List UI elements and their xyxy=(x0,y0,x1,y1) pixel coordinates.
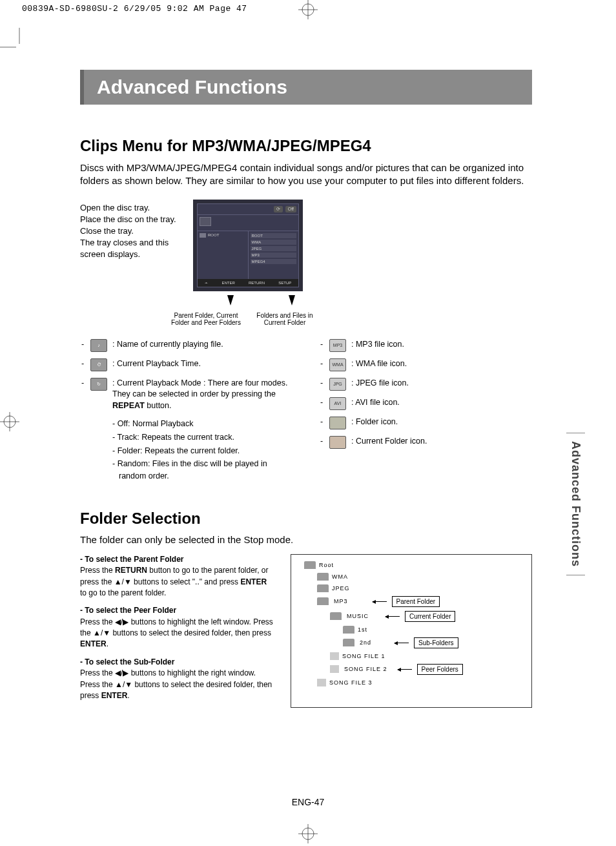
playing-file-icon: ♪ xyxy=(90,339,107,352)
tree-folder-icon xyxy=(304,561,316,569)
folder-intro-text: The folder can only be selected in the S… xyxy=(80,534,532,545)
tv-off-label: Off xyxy=(285,206,296,212)
mp3-file-icon: MP3 xyxy=(329,339,346,352)
wma-file-icon: WMA xyxy=(329,358,346,371)
playback-mode-icon: ↻ xyxy=(90,378,107,391)
select-sub-folder-block: - To select the Sub-Folder Press the ◀/▶… xyxy=(80,657,274,702)
arrow-down-right xyxy=(289,295,295,305)
callout-peer: Peer Folders xyxy=(417,664,463,675)
clips-steps-text: Open the disc tray. Place the disc on th… xyxy=(80,200,180,261)
legend-avi: : AVI file icon. xyxy=(351,397,532,409)
tv-dpad-icon: ∙▪∙ xyxy=(205,281,208,285)
playback-time-icon: ⏱ xyxy=(90,358,107,371)
tree-file-icon xyxy=(317,679,326,686)
current-folder-icon xyxy=(329,436,346,449)
legend-jpeg: : JPEG file icon. xyxy=(351,378,532,389)
tree-file-icon xyxy=(330,652,339,660)
tv-item-root: ROOT xyxy=(251,233,297,238)
tree-file-icon xyxy=(330,665,339,673)
section-heading-clips: Clips Menu for MP3/WMA/JPEG/MPEG4 xyxy=(80,137,532,155)
print-job-header: 00839A-SD-6980SU-2 6/29/05 9:02 AM Page … xyxy=(22,4,247,14)
crop-mark-bottom xyxy=(298,824,318,846)
tv-item-wma: WMA xyxy=(251,240,297,245)
arrow-down-left xyxy=(227,295,234,305)
tv-album-art-icon xyxy=(200,217,211,226)
tv-return-label: RETURN xyxy=(249,281,265,285)
tree-folder-icon xyxy=(343,626,354,634)
legend-playing-file: : Name of currently playing file. xyxy=(112,339,293,351)
avi-file-icon: AVI xyxy=(329,397,346,410)
tree-folder-icon xyxy=(330,612,342,620)
tree-folder-icon xyxy=(317,584,329,592)
select-parent-folder-block: - To select the Parent Folder Press the … xyxy=(80,554,274,599)
tv-item-mp3: MP3 xyxy=(251,253,297,258)
caption-right-panes: Folders and Files in Current Folder xyxy=(249,312,320,326)
callout-sub: Sub-Folders xyxy=(414,637,458,648)
legend-wma: : WMA file icon. xyxy=(351,358,532,370)
legend-playback-mode: : Current Playback Mode : There are four… xyxy=(112,378,293,412)
legend-current-folder: : Current Folder icon. xyxy=(351,436,532,448)
tv-enter-label: ENTER xyxy=(221,281,234,285)
tv-item-jpeg: JPEG xyxy=(251,246,297,251)
tv-off-badge: ⟳ xyxy=(274,206,283,212)
crop-corner-tl xyxy=(0,28,26,56)
chapter-banner: Advanced Functions xyxy=(80,70,532,105)
clips-intro-text: Discs with MP3/WMA/JPEG/MPEG4 contain in… xyxy=(80,161,532,188)
callout-parent: Parent Folder xyxy=(392,596,440,607)
tree-folder-icon xyxy=(343,639,354,646)
caption-left-panes: Parent Folder, Current Folder and Peer F… xyxy=(170,312,241,326)
tree-folder-icon xyxy=(317,597,329,605)
legend-playback-time: : Current Playback Time. xyxy=(112,358,293,370)
callout-current: Current Folder xyxy=(405,611,455,622)
jpeg-file-icon: JPG xyxy=(329,378,346,391)
tv-screenshot: ⟳ Off ROOT ROOT WMA JPEG MP3 MPE xyxy=(193,200,303,291)
playback-mode-sublist: - Off: Normal Playback - Track: Repeats … xyxy=(80,418,293,482)
crop-mark-left xyxy=(0,412,19,434)
folder-icon xyxy=(329,417,346,429)
legend-mp3: : MP3 file icon. xyxy=(351,339,532,351)
section-heading-folder: Folder Selection xyxy=(80,510,532,528)
folder-tree-diagram: Root WMA JPEG MP3 Parent Folder MUSIC Cu… xyxy=(291,554,532,708)
tv-left-root: ROOT xyxy=(208,233,219,237)
tv-setup-label: SETUP xyxy=(278,281,291,285)
legend-folder: : Folder icon. xyxy=(351,417,532,428)
select-peer-folder-block: - To select the Peer Folder Press the ◀/… xyxy=(80,605,274,650)
side-tab-label: Advanced Functions xyxy=(566,433,585,575)
crop-mark-top xyxy=(298,0,318,22)
page-number: ENG-47 xyxy=(292,797,325,807)
tree-folder-icon xyxy=(317,573,329,581)
tv-item-mpeg4: MPEG4 xyxy=(251,259,297,264)
